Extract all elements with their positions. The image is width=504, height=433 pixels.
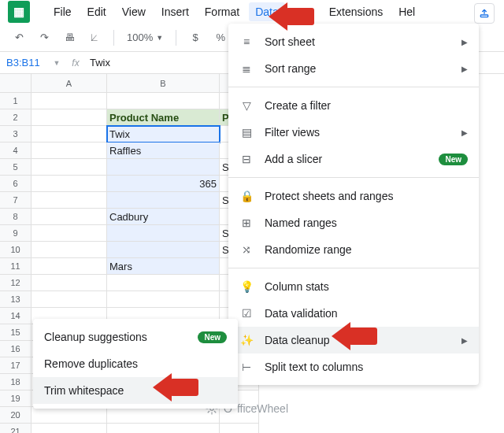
cell[interactable]: Mars [107,258,220,275]
mi-filter-views[interactable]: ▤Filter views▶ [228,119,479,146]
percent-button[interactable]: % [211,28,230,47]
menu-extensions[interactable]: Extensions [323,2,389,21]
svg-rect-0 [480,15,487,17]
menu-help[interactable]: Hel [392,2,421,21]
share-button[interactable] [474,3,495,24]
mi-data-validation[interactable]: ☑Data validation [228,300,479,327]
cell[interactable] [32,176,107,192]
menu-format[interactable]: Format [198,2,246,21]
row-header[interactable]: 2 [0,109,32,126]
mi-remove-duplicates[interactable]: Remove duplicates [33,350,238,377]
cell[interactable] [32,126,107,142]
cell[interactable] [107,192,220,209]
mi-cleanup-suggestions[interactable]: Cleanup suggestionsNew [33,324,238,350]
cell[interactable] [107,291,220,308]
menu-file[interactable]: File [47,2,78,21]
mi-trim-whitespace[interactable]: Trim whitespace [33,377,238,404]
row-header[interactable]: 21 [0,424,32,433]
cell[interactable] [32,242,107,258]
cell[interactable] [32,192,107,209]
cell[interactable] [32,424,107,433]
cell[interactable] [107,242,220,258]
cell[interactable] [32,109,107,126]
cell[interactable] [107,93,220,109]
cell[interactable] [32,209,107,225]
mi-column-stats[interactable]: 💡Column stats [228,273,479,300]
chevron-right-icon: ▶ [461,336,468,345]
cell[interactable] [107,225,220,242]
print-button[interactable]: 🖶 [60,28,79,47]
data-cleanup-submenu: Cleanup suggestionsNew Remove duplicates… [33,319,238,409]
mi-create-filter[interactable]: ▽Create a filter [228,92,479,119]
cell[interactable] [32,291,107,308]
cell[interactable] [107,275,220,291]
menu-edit[interactable]: Edit [81,2,113,21]
cell[interactable] [32,225,107,242]
mi-sort-sheet[interactable]: ≡Sort sheet▶ [228,28,479,55]
cell[interactable] [32,407,107,424]
row-header[interactable]: 19 [0,390,32,407]
row-header[interactable]: 1 [0,93,32,109]
name-box[interactable]: B3:B11 [0,57,47,68]
cell[interactable]: 365 [107,176,220,192]
undo-button[interactable]: ↶ [9,28,28,47]
row-header[interactable]: 16 [0,341,32,357]
mi-split-text[interactable]: ⊢Split text to columns [228,353,479,380]
row-header[interactable]: 14 [0,308,32,324]
cell[interactable] [32,159,107,176]
row-header[interactable]: 13 [0,291,32,308]
menu-insert[interactable]: Insert [155,2,195,21]
row-header[interactable]: 3 [0,126,32,142]
cell[interactable] [107,407,220,424]
cell[interactable] [107,424,220,433]
mi-protect[interactable]: 🔒Protect sheets and ranges [228,183,479,209]
cell[interactable] [32,93,107,109]
cell[interactable] [32,142,107,159]
redo-button[interactable]: ↷ [35,28,54,47]
row-header[interactable]: 20 [0,407,32,424]
column-header[interactable]: A [32,74,107,93]
currency-button[interactable]: $ [186,28,205,47]
new-badge: New [198,331,227,343]
sort-icon: ≡ [239,35,254,49]
cell[interactable] [220,424,259,433]
slicer-icon: ⊟ [239,152,254,166]
zoom-select[interactable]: 100%▼ [124,31,166,43]
row-header[interactable]: 5 [0,159,32,176]
sheets-logo: ▦ [8,1,30,23]
row-header[interactable]: 9 [0,225,32,242]
row-header[interactable]: 8 [0,209,32,225]
cell[interactable]: Product Name [107,109,220,126]
column-header[interactable]: B [107,74,220,93]
filter-views-icon: ▤ [239,125,254,139]
mi-add-slicer[interactable]: ⊟Add a slicerNew [228,146,479,172]
row-header[interactable]: 11 [0,258,32,275]
row-header[interactable]: 15 [0,324,32,341]
row-header[interactable]: 6 [0,176,32,192]
cell[interactable]: Cadbury [107,209,220,225]
chevron-right-icon: ▶ [461,128,468,137]
row-header[interactable]: 17 [0,357,32,374]
cell[interactable]: Raffles [107,142,220,159]
cell[interactable] [107,159,220,176]
cell[interactable] [32,258,107,275]
mi-randomize[interactable]: ⤭Randomize range [228,236,479,263]
row-header[interactable]: 10 [0,242,32,258]
filter-icon: ▽ [239,98,254,113]
row-header[interactable]: 12 [0,275,32,291]
mi-sort-range[interactable]: ≣Sort range▶ [228,55,479,82]
annotation-arrow [349,328,377,345]
name-box-dropdown[interactable]: ▼ [47,59,66,67]
fx-icon: fx [66,57,85,68]
cell[interactable]: Twix [107,126,220,142]
cell[interactable] [32,275,107,291]
paint-format-button[interactable]: ⟀ [85,28,104,47]
formula-bar[interactable]: Twix [85,57,110,68]
mi-named-ranges[interactable]: ⊞Named ranges [228,209,479,236]
menu-view[interactable]: View [116,2,152,21]
row-header[interactable]: 7 [0,192,32,209]
annotation-arrow [286,8,314,25]
row-header[interactable]: 18 [0,374,32,390]
annotation-arrow [170,379,198,396]
row-header[interactable]: 4 [0,142,32,159]
